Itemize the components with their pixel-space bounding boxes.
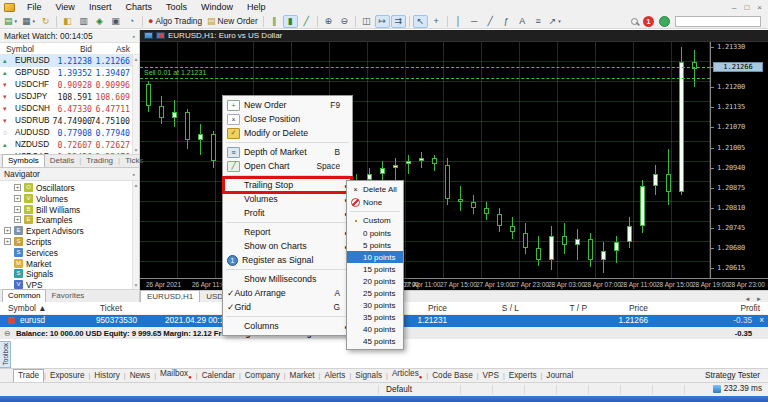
ctx-item-open-chart[interactable]: ╱Open ChartSpace [223, 159, 352, 173]
ctx-item-report[interactable]: Report▸ [223, 225, 352, 239]
strategy-tester-label[interactable]: Strategy Tester [705, 371, 768, 380]
menu-view[interactable]: View [49, 1, 82, 14]
sidebar-item-examples[interactable]: +EExamples [0, 215, 132, 226]
tab-market[interactable]: Market [286, 370, 319, 382]
ctx-item-columns[interactable]: Columns▸ [223, 319, 352, 333]
column-header-ask[interactable]: Ask [116, 44, 130, 54]
menu-window[interactable]: Window [194, 1, 240, 14]
arrow-tools-button[interactable]: ↗▾ [547, 15, 563, 28]
submenu-item-45-points[interactable]: 45 points [347, 335, 403, 347]
sidebar-item-volumes[interactable]: +VVolumes [0, 194, 132, 205]
text-label-button[interactable]: A [515, 15, 530, 28]
column-header-s-l-6[interactable]: S / L [502, 303, 519, 313]
crosshair-button[interactable]: + [429, 15, 444, 28]
sidebar-item-market[interactable]: MMarket [0, 259, 132, 270]
tab-signals[interactable]: Signals [351, 370, 386, 382]
navigator-scrollbar[interactable]: ▲▼ [132, 181, 139, 289]
tab-exposure[interactable]: Exposure [46, 370, 89, 382]
history-center-button[interactable]: ↻ [38, 15, 53, 28]
toolbox-button[interactable]: ▣ [108, 15, 123, 28]
zoom-out-button[interactable]: ⊖ [337, 15, 352, 28]
tab-favorites[interactable]: Favorites [46, 290, 89, 302]
search-input[interactable] [675, 16, 761, 27]
minimize-icon[interactable]: – [732, 3, 736, 12]
sidebar-item-expert-advisors[interactable]: +EExpert Advisors [0, 226, 132, 237]
tab-alerts[interactable]: Alerts [320, 370, 349, 382]
tab-trading[interactable]: Trading [81, 155, 118, 167]
market-watch-row-audusd[interactable]: ○AUDUSD0.779080.77940 [0, 127, 132, 139]
horizontal-line-button[interactable]: ─ [467, 15, 482, 28]
column-header-t-p-7[interactable]: T / P [569, 303, 587, 313]
market-watch-row-gbpusd[interactable]: ▴GBPUSD1.393521.39407 [0, 67, 132, 79]
submenu-item-15-points[interactable]: 15 points [347, 263, 403, 275]
sidebar-item-signals[interactable]: SSignals [0, 269, 132, 280]
ctx-item-show-milliseconds[interactable]: Show Milliseconds [223, 272, 352, 286]
profiles-button[interactable]: ▦▾ [20, 15, 37, 28]
sidebar-item-scripts[interactable]: +SScripts [0, 237, 132, 248]
ctx-item-volumes[interactable]: Volumes▸ [223, 192, 352, 206]
fibonacci-button[interactable]: ƒ [499, 15, 514, 28]
expand-icon[interactable]: + [4, 227, 11, 234]
submenu-item-25-points[interactable]: 25 points [347, 287, 403, 299]
submenu-item-none[interactable]: None [347, 196, 403, 209]
ctx-item-close-position[interactable]: ×Close Position [223, 112, 352, 126]
line-chart-button[interactable]: ╱ [299, 15, 314, 28]
menu-help[interactable]: Help [240, 1, 273, 14]
algo-trading-button[interactable]: ●Algo Trading [146, 15, 204, 28]
toolbox-vertical-tab[interactable]: Toolbox [0, 341, 11, 368]
panel-close-icon[interactable]: ▪ [133, 33, 135, 40]
tab-common[interactable]: Common [2, 289, 46, 302]
new-chart-button[interactable]: ▤▾ [2, 15, 19, 28]
column-header-ticket-1[interactable]: Ticket [100, 303, 122, 313]
menu-tools[interactable]: Tools [159, 1, 194, 14]
market-watch-row-eurusd[interactable]: ▴EURUSD1.212381.21266 [0, 55, 132, 67]
chart-tab-eurusd-h1[interactable]: EURUSD,H1 [140, 290, 200, 302]
close-position-icon[interactable]: × [759, 316, 764, 325]
ctx-item-modify-or-delete[interactable]: ✓Modify or Delete [223, 126, 352, 140]
market-watch-row-usdrub[interactable]: ▾USDRUB74.7490074.75100 [0, 115, 132, 127]
close-icon[interactable]: × [757, 3, 762, 12]
column-header-price-8[interactable]: Price [629, 303, 648, 313]
tab-history[interactable]: History [90, 370, 123, 382]
bars-button[interactable]: ∥ [267, 15, 282, 28]
submenu-item-30-points[interactable]: 30 points [347, 299, 403, 311]
search-icon[interactable] [631, 18, 638, 25]
ctx-item-new-order[interactable]: +New OrderF9 [223, 98, 352, 112]
tab-ticks[interactable]: Ticks [120, 155, 148, 167]
expand-icon[interactable]: + [4, 238, 11, 245]
tab-mailbox[interactable]: Mailbox● [156, 368, 196, 383]
tab-details[interactable]: Details [45, 155, 79, 167]
submenu-item-delete-all[interactable]: ×Delete All [347, 183, 403, 196]
zoom-in-button[interactable]: ⊕ [321, 15, 336, 28]
connection-status-icon[interactable] [713, 385, 721, 393]
expand-icon[interactable]: + [14, 195, 21, 202]
tab-news[interactable]: News [126, 370, 154, 382]
market-watch-row-usdjpy[interactable]: ▾USDJPY108.591108.609 [0, 91, 132, 103]
expand-icon[interactable]: + [14, 206, 21, 213]
ctx-item-grid[interactable]: ✓GridG [223, 300, 352, 314]
ctx-item-register-as-signal[interactable]: 1Register as Signal [223, 253, 352, 267]
submenu-item-40-points[interactable]: 40 points [347, 323, 403, 335]
data-window-button[interactable]: ▥ [76, 15, 91, 28]
market-watch-row-usdchf[interactable]: ▾USDCHF0.909280.90996 [0, 79, 132, 91]
ctx-item-auto-arrange[interactable]: ✓Auto ArrangeA [223, 286, 352, 300]
ctx-item-show-on-charts[interactable]: Show on Charts▸ [223, 239, 352, 253]
column-header-profit-9[interactable]: Profit [740, 303, 760, 313]
sidebar-item-vps[interactable]: VVPS [0, 280, 132, 289]
menu-charts[interactable]: Charts [118, 1, 159, 14]
trendline-button[interactable]: ╱ [483, 15, 498, 28]
tab-articles[interactable]: Articles● [388, 368, 426, 383]
panel-close-icon[interactable]: ▪ [133, 171, 135, 178]
submenu-item-35-points[interactable]: 35 points [347, 311, 403, 323]
sidebar-item-services[interactable]: SServices [0, 248, 132, 259]
collapse-icon[interactable]: ⊖ [4, 329, 10, 338]
column-header-symbol[interactable]: Symbol [6, 44, 34, 54]
sidebar-item-oscillators[interactable]: +OOscillators [0, 183, 132, 194]
column-header-price-5[interactable]: Price [428, 303, 447, 313]
expand-icon[interactable]: + [14, 184, 21, 191]
tab-company[interactable]: Company [241, 370, 284, 382]
profile-name[interactable]: Default [386, 385, 412, 394]
objects-button[interactable]: ≡ [531, 15, 546, 28]
cursor-button[interactable]: ↖ [413, 15, 428, 28]
strategy-tester-button[interactable]: ◔ [124, 15, 139, 28]
